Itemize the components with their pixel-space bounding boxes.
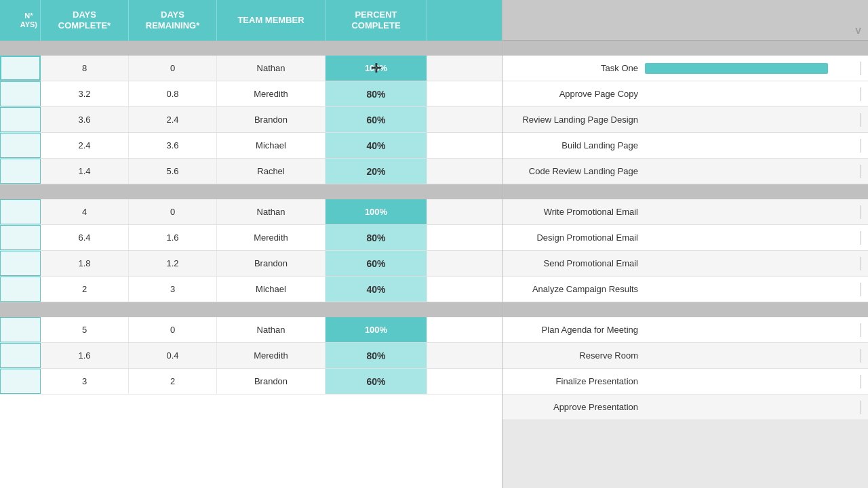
left-panel: N*AYS) DAYSCOMPLETE* DAYSREMAINING* TEAM… xyxy=(0,0,502,488)
gantt-task-row: Approve Presentation xyxy=(502,394,868,420)
cell-partial xyxy=(0,225,41,250)
gantt-task-name: Write Promotional Email xyxy=(509,207,645,217)
cell-percent: 60% xyxy=(326,369,427,394)
cell-days-remaining: 1.6 xyxy=(129,225,217,250)
table-row: 3.62.4Brandon60% xyxy=(0,107,502,133)
gantt-bar-area xyxy=(645,375,861,388)
cell-days-remaining: 1.2 xyxy=(129,251,217,276)
gantt-task-row: Send Promotional Email xyxy=(502,251,868,277)
gantt-task-name: Send Promotional Email xyxy=(509,258,645,268)
header-col5: PERCENTCOMPLETE xyxy=(326,0,427,41)
gantt-task-row: Approve Page Copy xyxy=(502,81,868,107)
gantt-divider xyxy=(861,323,861,337)
cell-percent: 60% xyxy=(326,107,427,132)
table-row: 3.20.8Meredith80% xyxy=(0,81,502,107)
cell-percent: 100% xyxy=(326,199,427,224)
cell-partial xyxy=(0,133,41,158)
cell-days-remaining: 5.6 xyxy=(129,159,217,184)
gantt-bar-area xyxy=(645,231,861,245)
gantt-divider xyxy=(861,62,861,75)
gantt-divider xyxy=(861,205,861,219)
cell-days-complete: 4 xyxy=(41,199,129,224)
gantt-group-header: Task One xyxy=(502,56,868,81)
cell-days-remaining: 2 xyxy=(129,369,217,394)
cell-days-remaining: 0 xyxy=(129,199,217,224)
header-col4: TEAM MEMBER xyxy=(217,0,326,41)
gantt-separator-2 xyxy=(502,302,868,317)
cell-partial xyxy=(0,159,41,184)
cell-percent: 100% xyxy=(326,317,427,342)
gantt-bar-area xyxy=(645,401,861,414)
gantt-task-row: Review Landing Page Design xyxy=(502,107,868,133)
table-row: 80Nathan100%✛ xyxy=(0,56,502,81)
cell-team-member: Meredith xyxy=(217,81,326,106)
header-col3: DAYSREMAINING* xyxy=(129,0,217,41)
gantt-bar-area xyxy=(645,87,861,101)
gantt-task-name: Plan Agenda for Meeting xyxy=(509,325,645,335)
cell-partial xyxy=(0,81,41,106)
cell-days-remaining: 3.6 xyxy=(129,133,217,158)
gantt-bar xyxy=(645,63,828,74)
cell-days-complete: 3.2 xyxy=(41,81,129,106)
cell-team-member: Brandon xyxy=(217,107,326,132)
table-row: 50Nathan100% xyxy=(0,317,502,343)
gantt-divider xyxy=(861,401,861,414)
table-row: 6.41.6Meredith80% xyxy=(0,225,502,251)
gantt-bar-area xyxy=(645,349,861,363)
cell-partial[interactable] xyxy=(0,56,41,81)
gantt-task-row: Write Promotional Email xyxy=(502,199,868,225)
cell-partial xyxy=(0,251,41,276)
gantt-bar-area xyxy=(645,205,861,219)
cell-percent: 80% xyxy=(326,81,427,106)
gantt-task-name: Build Landing Page xyxy=(509,140,645,150)
right-panel-v-label: V xyxy=(855,26,861,36)
cell-days-complete: 3 xyxy=(41,369,129,394)
group-separator-0 xyxy=(0,41,502,56)
gantt-task-name: Reserve Room xyxy=(509,350,645,361)
cell-percent: 100%✛ xyxy=(326,56,427,81)
gantt-divider xyxy=(861,231,861,245)
gantt-bar-area xyxy=(645,323,861,337)
cell-team-member: Nathan xyxy=(217,199,326,224)
table-row: 32Brandon60% xyxy=(0,369,502,394)
cell-team-member: Rachel xyxy=(217,159,326,184)
table-row: 1.60.4Meredith80% xyxy=(0,343,502,369)
gantt-divider xyxy=(861,283,861,296)
gantt-divider xyxy=(861,257,861,270)
table-body: 80Nathan100%✛3.20.8Meredith80%3.62.4Bran… xyxy=(0,41,502,488)
gantt-divider xyxy=(861,113,861,127)
cell-percent: 40% xyxy=(326,277,427,302)
cell-days-complete: 3.6 xyxy=(41,107,129,132)
right-header: V xyxy=(502,0,868,41)
cell-days-remaining: 2.4 xyxy=(129,107,217,132)
cell-days-complete: 1.8 xyxy=(41,251,129,276)
gantt-task-name: Approve Page Copy xyxy=(509,89,645,99)
cell-team-member: Meredith xyxy=(217,225,326,250)
gantt-task-name: Finalize Presentation xyxy=(509,376,645,386)
gantt-task-row: Code Review Landing Page xyxy=(502,159,868,184)
cell-days-complete: 5 xyxy=(41,317,129,342)
cell-team-member: Michael xyxy=(217,277,326,302)
cell-partial xyxy=(0,369,41,394)
table-header: N*AYS) DAYSCOMPLETE* DAYSREMAINING* TEAM… xyxy=(0,0,502,41)
gantt-task-name: Code Review Landing Page xyxy=(509,166,645,176)
gantt-task-row: Design Promotional Email xyxy=(502,225,868,251)
cell-days-complete: 2 xyxy=(41,277,129,302)
gantt-bar-area xyxy=(645,62,861,75)
gantt-task-name: Review Landing Page Design xyxy=(509,115,645,125)
group-separator-1 xyxy=(0,184,502,199)
cell-percent: 60% xyxy=(326,251,427,276)
cell-partial xyxy=(0,343,41,368)
cell-partial xyxy=(0,107,41,132)
cell-percent: 80% xyxy=(326,225,427,250)
right-panel: V Task OneApprove Page CopyReview Landin… xyxy=(502,0,868,488)
gantt-bar-area xyxy=(645,283,861,296)
cell-percent: 40% xyxy=(326,133,427,158)
cell-team-member: Michael xyxy=(217,133,326,158)
cell-days-remaining: 3 xyxy=(129,277,217,302)
gantt-separator-1 xyxy=(502,184,868,199)
cell-team-member: Nathan xyxy=(217,56,326,81)
table-row: 1.81.2Brandon60% xyxy=(0,251,502,277)
gantt-task-row: Analyze Campaign Results xyxy=(502,277,868,302)
gantt-task-name: Approve Presentation xyxy=(509,402,645,412)
